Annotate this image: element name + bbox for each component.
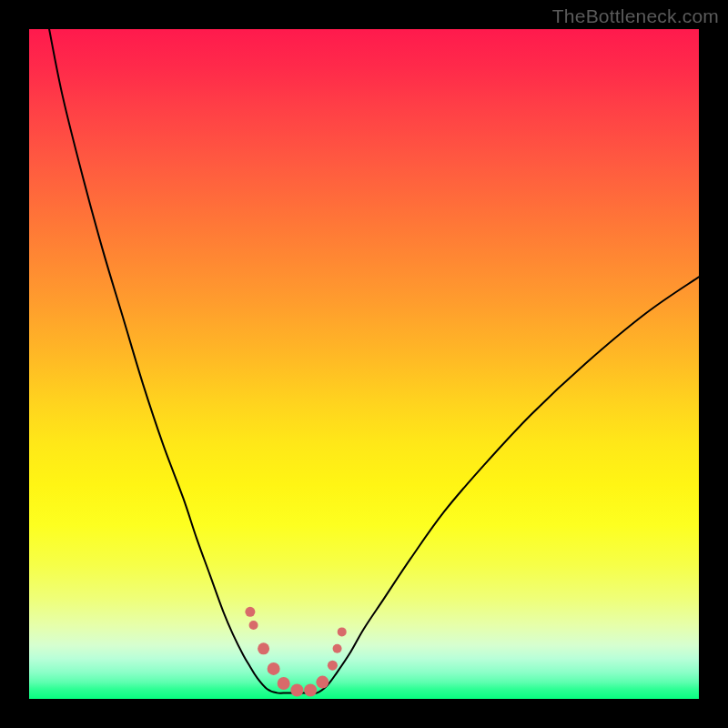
highlight-point [245,607,255,617]
watermark-text: TheBottleneck.com [552,5,719,27]
highlight-point [338,627,347,636]
highlight-point [304,683,317,696]
chart-svg [29,29,699,699]
outer-frame: TheBottleneck.com [0,0,728,728]
curve-layer [49,29,699,693]
bottleneck-curve [49,29,699,693]
highlight-point [328,661,338,671]
highlight-point [258,642,269,654]
highlight-point [268,662,280,675]
highlight-point [249,621,258,630]
highlight-point [333,644,342,653]
highlight-point [278,677,290,690]
highlight-point [316,676,329,689]
plot-area [29,29,699,699]
highlight-point [290,683,303,696]
